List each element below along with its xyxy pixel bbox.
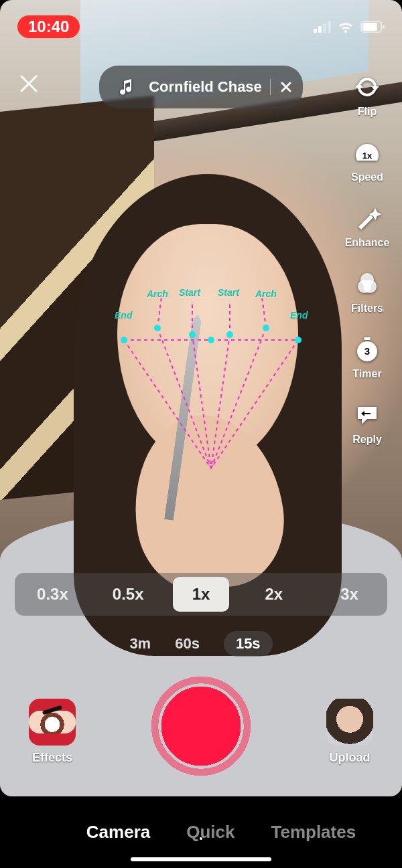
status-time-recording: 10:40 bbox=[17, 15, 80, 38]
sound-pill[interactable]: Cornfield Chase bbox=[99, 66, 303, 108]
camera-viewport: End Arch Start Start Arch End 10:40 bbox=[0, 0, 402, 796]
effects-button[interactable]: Effects bbox=[19, 699, 86, 765]
svg-rect-14 bbox=[364, 337, 371, 340]
camera-screen: End Arch Start Start Arch End 10:40 bbox=[0, 0, 402, 868]
filters-label: Filters bbox=[351, 302, 383, 315]
tab-pager-dots: • bbox=[0, 833, 402, 844]
duration-15s[interactable]: 15s bbox=[224, 631, 273, 657]
zoom-option-3x[interactable]: 3x bbox=[319, 585, 381, 604]
timer-label: Timer bbox=[352, 368, 381, 380]
svg-text:1x: 1x bbox=[362, 151, 373, 161]
divider bbox=[270, 79, 271, 95]
stopwatch-icon: 3 bbox=[352, 335, 382, 364]
sound-title: Cornfield Chase bbox=[149, 78, 262, 96]
filters-button[interactable]: Filters bbox=[351, 269, 383, 315]
timer-button[interactable]: 3 Timer bbox=[352, 335, 382, 380]
reply-button[interactable]: Reply bbox=[352, 400, 382, 446]
record-button-inner bbox=[161, 687, 241, 766]
duration-60s[interactable]: 60s bbox=[175, 635, 200, 653]
status-bar: 10:40 bbox=[0, 12, 402, 41]
remove-sound-button[interactable] bbox=[279, 80, 293, 94]
reply-icon bbox=[352, 400, 382, 430]
upload-label: Upload bbox=[316, 751, 383, 765]
zoom-option-0.5x[interactable]: 0.5x bbox=[97, 585, 159, 604]
enhance-button[interactable]: Enhance bbox=[345, 203, 390, 249]
flip-button[interactable]: Flip bbox=[352, 72, 382, 118]
cellular-icon bbox=[314, 21, 331, 33]
right-toolbar: Flip 1x Speed Enhance Filters bbox=[339, 72, 395, 446]
upload-button[interactable]: Upload bbox=[316, 699, 383, 765]
record-button[interactable] bbox=[151, 676, 251, 776]
flip-icon bbox=[352, 72, 382, 102]
music-note-icon bbox=[111, 72, 141, 102]
svg-rect-8 bbox=[362, 23, 377, 31]
zoom-option-2x[interactable]: 2x bbox=[243, 585, 305, 604]
upload-thumbnail bbox=[326, 699, 373, 746]
close-button[interactable] bbox=[17, 72, 44, 99]
speed-button[interactable]: 1x Speed bbox=[351, 138, 383, 183]
capture-controls: Effects Upload bbox=[0, 676, 402, 790]
magic-wand-icon bbox=[352, 203, 382, 233]
home-indicator[interactable] bbox=[131, 857, 271, 861]
duration-3m[interactable]: 3m bbox=[129, 635, 151, 653]
wifi-icon bbox=[336, 19, 355, 34]
reply-label: Reply bbox=[352, 434, 382, 446]
filters-icon bbox=[352, 269, 382, 298]
zoom-option-1x[interactable]: 1x bbox=[173, 577, 229, 612]
duration-selector[interactable]: 3m 60s 15s bbox=[0, 628, 402, 660]
speed-label: Speed bbox=[351, 171, 383, 183]
speedometer-icon: 1x bbox=[352, 138, 382, 167]
flip-label: Flip bbox=[358, 106, 377, 118]
svg-point-13 bbox=[360, 273, 374, 286]
effects-label: Effects bbox=[19, 751, 86, 765]
svg-text:3: 3 bbox=[364, 345, 370, 357]
zoom-selector[interactable]: 0.3x 0.5x 1x 2x 3x bbox=[15, 573, 387, 616]
svg-rect-9 bbox=[383, 25, 385, 29]
zoom-option-0.3x[interactable]: 0.3x bbox=[21, 585, 83, 604]
enhance-label: Enhance bbox=[345, 237, 390, 249]
effects-thumbnail bbox=[29, 699, 76, 746]
battery-icon bbox=[360, 21, 385, 33]
